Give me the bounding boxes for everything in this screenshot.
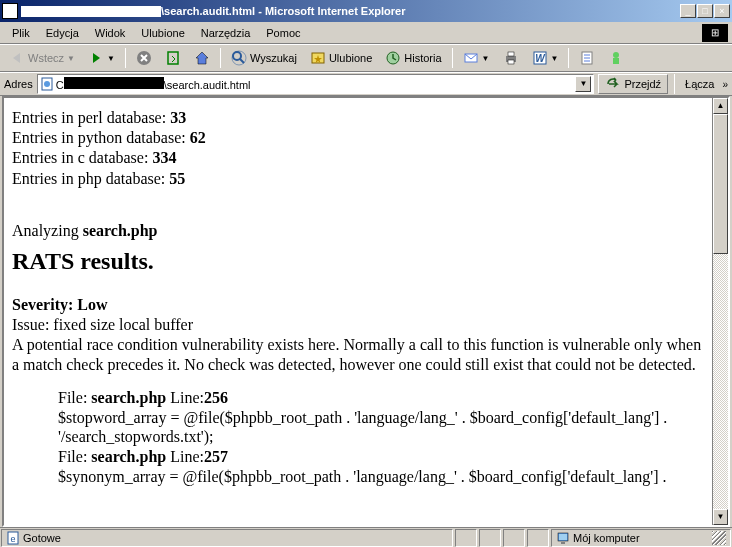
entry-python: Entries in python database: 62 (12, 128, 704, 147)
search-icon (231, 50, 247, 66)
description: A potential race condition vulnerability… (12, 335, 704, 373)
close-button[interactable]: × (714, 4, 730, 18)
svg-rect-24 (559, 534, 567, 540)
mail-icon (463, 50, 479, 66)
issue-line: Issue: fixed size local buffer (12, 315, 704, 334)
stop-button[interactable] (131, 47, 157, 69)
menu-edit[interactable]: Edycja (38, 25, 87, 41)
resize-grip[interactable] (712, 531, 726, 545)
ie-icon (2, 3, 18, 19)
chevron-icon[interactable]: » (722, 79, 728, 90)
svg-rect-25 (561, 542, 565, 544)
svg-line-3 (240, 59, 244, 63)
svg-rect-9 (508, 52, 514, 56)
severity-line: Severity: Low (12, 295, 704, 314)
toolbar: Wstecz ▼ ▼ Wyszukaj Ulubione Historia ▼ … (0, 44, 732, 72)
status-text: Gotowe (23, 532, 61, 544)
content-area: Entries in perl database: 33 Entries in … (2, 96, 730, 527)
scroll-up-button[interactable]: ▲ (713, 98, 728, 114)
address-bar: Adres C\search.audit.html ▼ Przejdź Łącz… (0, 72, 732, 96)
scroll-track[interactable] (713, 114, 728, 509)
favorites-icon (310, 50, 326, 66)
word-icon: W (532, 50, 548, 66)
discuss-button[interactable] (574, 47, 600, 69)
history-button[interactable]: Historia (380, 47, 446, 69)
results-heading: RATS results. (12, 248, 704, 275)
history-icon (385, 50, 401, 66)
svg-text:e: e (10, 534, 15, 544)
address-input[interactable]: C\search.audit.html ▼ (37, 74, 595, 94)
code-line-1: $stopword_array = @file($phpbb_root_path… (58, 408, 704, 446)
messenger-button[interactable] (603, 47, 629, 69)
refresh-icon (165, 50, 181, 66)
stop-icon (136, 50, 152, 66)
page-icon (40, 77, 54, 91)
menu-file[interactable]: Plik (4, 25, 38, 41)
entry-c: Entries in c database: 334 (12, 148, 704, 167)
edit-button[interactable]: W▼ (527, 47, 564, 69)
menu-bar: Plik Edycja Widok Ulubione Narzędzia Pom… (0, 22, 732, 44)
zone-text: Mój komputer (573, 532, 640, 544)
back-button[interactable]: Wstecz ▼ (4, 47, 80, 69)
menu-help[interactable]: Pomoc (258, 25, 308, 41)
status-pane-2 (479, 529, 501, 547)
forward-icon (88, 50, 104, 66)
svg-point-20 (44, 81, 50, 87)
status-pane-3 (503, 529, 525, 547)
address-text: C\search.audit.html (56, 77, 251, 91)
address-label: Adres (4, 78, 33, 90)
menu-favorites[interactable]: Ulubione (133, 25, 192, 41)
menu-view[interactable]: Widok (87, 25, 134, 41)
maximize-button[interactable]: □ (697, 4, 713, 18)
svg-point-17 (613, 52, 619, 58)
ie-small-icon: e (6, 531, 20, 545)
vertical-scrollbar[interactable]: ▲ ▼ (712, 98, 728, 525)
page-content: Entries in perl database: 33 Entries in … (4, 98, 712, 525)
messenger-icon (608, 50, 624, 66)
minimize-button[interactable]: _ (680, 4, 696, 18)
svg-rect-18 (613, 58, 619, 64)
refresh-button[interactable] (160, 47, 186, 69)
file-line-1: File: search.php Line:256 (58, 388, 704, 407)
print-icon (503, 50, 519, 66)
svg-text:W: W (535, 53, 546, 64)
zone-pane: Mój komputer (551, 529, 731, 547)
scroll-thumb[interactable] (713, 114, 728, 254)
home-icon (194, 50, 210, 66)
go-icon (605, 76, 621, 92)
title-bar: \search.audit.html - Microsoft Internet … (0, 0, 732, 22)
code-line-2: $synonym_array = @file($phpbb_root_path … (58, 467, 704, 486)
svg-rect-10 (508, 60, 514, 64)
go-button[interactable]: Przejdź (598, 74, 668, 94)
scroll-down-button[interactable]: ▼ (713, 509, 728, 525)
window-title: \search.audit.html - Microsoft Internet … (21, 5, 680, 18)
entry-php: Entries in php database: 55 (12, 169, 704, 188)
menu-tools[interactable]: Narzędzia (193, 25, 259, 41)
status-bar: e Gotowe Mój komputer (0, 527, 732, 547)
address-dropdown-button[interactable]: ▼ (575, 76, 591, 92)
home-button[interactable] (189, 47, 215, 69)
mail-button[interactable]: ▼ (458, 47, 495, 69)
svg-rect-1 (168, 52, 178, 64)
status-text-pane: e Gotowe (1, 529, 453, 547)
status-pane-1 (455, 529, 477, 547)
links-label[interactable]: Łącza (681, 78, 718, 90)
favorites-button[interactable]: Ulubione (305, 47, 377, 69)
document-icon (579, 50, 595, 66)
print-button[interactable] (498, 47, 524, 69)
search-button[interactable]: Wyszukaj (226, 47, 302, 69)
forward-button[interactable]: ▼ (83, 47, 120, 69)
analyzing-line: Analyzing search.php (12, 221, 704, 240)
computer-icon (556, 531, 570, 545)
entry-perl: Entries in perl database: 33 (12, 108, 704, 127)
code-block: File: search.php Line:256 $stopword_arra… (58, 388, 704, 487)
status-pane-4 (527, 529, 549, 547)
ie-throbber-icon: ⊞ (702, 24, 728, 42)
file-line-2: File: search.php Line:257 (58, 447, 704, 466)
back-icon (9, 50, 25, 66)
